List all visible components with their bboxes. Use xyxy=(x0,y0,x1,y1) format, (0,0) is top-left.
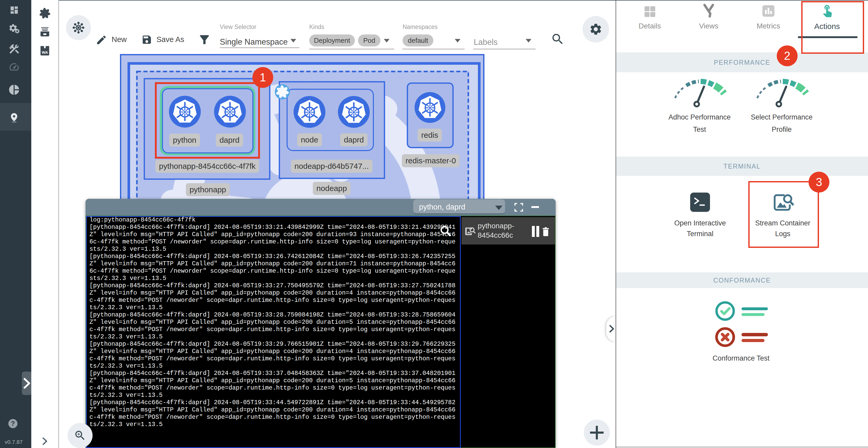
svg-text:WA: WA xyxy=(42,50,48,55)
